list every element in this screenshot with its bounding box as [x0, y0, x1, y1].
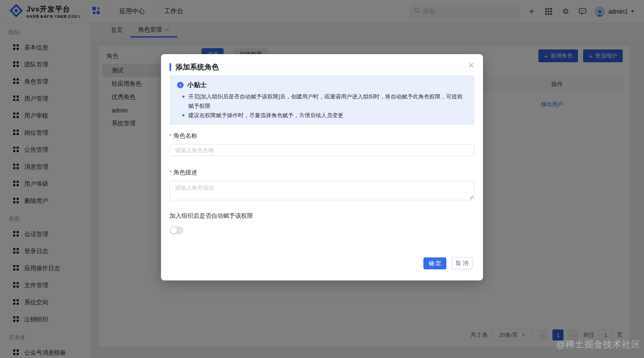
tip-bullet-text: 建议在权限赋予操作时，尽量选择角色赋予，方便后续人员变更	[188, 111, 343, 120]
info-icon: i	[177, 82, 184, 88]
tip-title: 小贴士	[187, 81, 207, 89]
tip-bullet: 建议在权限赋予操作时，尽量选择角色赋予，方便后续人员变更	[182, 111, 467, 120]
tip-bullet-list: 开启[加入组织后是否自动赋予该权限]后，创建用户时，或邀请用户进入组织时，将自动…	[177, 92, 467, 120]
textarea-resize-handle[interactable]	[470, 196, 474, 199]
cancel-button[interactable]: 取 消	[451, 257, 473, 269]
tip-bullet-text: 开启[加入组织后是否自动赋予该权限]后，创建用户时，或邀请用户进入组织时，将自动…	[188, 92, 467, 111]
required-mark: *	[170, 133, 172, 139]
title-accent-bar	[170, 63, 171, 71]
tip-box: i 小贴士 开启[加入组织后是否自动赋予该权限]后，创建用户时，或邀请用户进入组…	[170, 75, 474, 125]
role-name-input[interactable]	[170, 144, 474, 156]
bullet-dot-icon	[182, 114, 184, 116]
bullet-dot-icon	[182, 95, 184, 98]
site-watermark: @稀土掘金技术社区	[556, 338, 641, 350]
role-desc-label: *角色描述	[170, 169, 197, 176]
close-icon[interactable]: ✕	[468, 61, 474, 70]
auto-grant-label: 加入组织后是否自动赋予该权限	[170, 212, 253, 220]
toggle-knob	[170, 227, 177, 234]
role-desc-textarea[interactable]	[170, 181, 474, 200]
role-name-label: *角色名称	[170, 132, 197, 140]
role-desc-label-text: 角色描述	[173, 169, 197, 176]
add-system-role-modal: 添加系统角色 ✕ i 小贴士 开启[加入组织后是否自动赋予该权限]后，创建用户时…	[161, 54, 483, 280]
confirm-button[interactable]: 确 定	[423, 257, 446, 269]
role-name-label-text: 角色名称	[173, 132, 197, 139]
auto-grant-toggle[interactable]	[170, 226, 184, 234]
modal-title: 添加系统角色	[175, 62, 219, 72]
tip-bullet: 开启[加入组织后是否自动赋予该权限]后，创建用户时，或邀请用户进入组织时，将自动…	[182, 92, 467, 111]
required-mark: *	[170, 169, 172, 176]
